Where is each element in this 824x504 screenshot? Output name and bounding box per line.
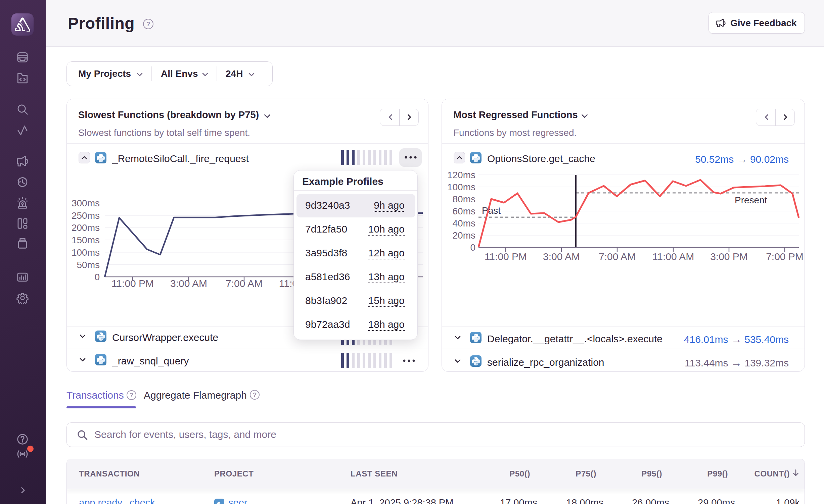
svg-text:50ms: 50ms — [77, 260, 100, 270]
svg-text:11:00 PM: 11:00 PM — [111, 278, 154, 289]
svg-text:20ms: 20ms — [453, 230, 475, 241]
svg-text:Past: Past — [482, 205, 501, 216]
svg-text:3:00 AM: 3:00 AM — [170, 278, 207, 289]
svg-text:40ms: 40ms — [453, 218, 475, 229]
svg-text:250ms: 250ms — [72, 210, 100, 221]
svg-text:3:00 AM: 3:00 AM — [543, 251, 580, 262]
svg-text:Present: Present — [735, 195, 767, 205]
svg-text:100ms: 100ms — [72, 247, 100, 258]
svg-text:80ms: 80ms — [453, 194, 475, 204]
svg-text:60ms: 60ms — [453, 206, 475, 216]
svg-text:0: 0 — [94, 272, 100, 282]
svg-text:300ms: 300ms — [72, 198, 100, 208]
svg-text:7:00 AM: 7:00 AM — [599, 251, 636, 262]
svg-text:120ms: 120ms — [447, 170, 475, 180]
svg-text:100ms: 100ms — [447, 182, 475, 192]
svg-text:7:00 PM: 7:00 PM — [766, 251, 804, 262]
svg-text:7:00 AM: 7:00 AM — [226, 278, 263, 289]
svg-text:3:00 PM: 3:00 PM — [710, 251, 748, 262]
svg-text:150ms: 150ms — [72, 235, 100, 245]
svg-text:11:00 PM: 11:00 PM — [485, 251, 527, 262]
svg-text:200ms: 200ms — [72, 222, 100, 233]
svg-text:0: 0 — [470, 242, 475, 253]
svg-text:11:00 AM: 11:00 AM — [652, 251, 694, 262]
